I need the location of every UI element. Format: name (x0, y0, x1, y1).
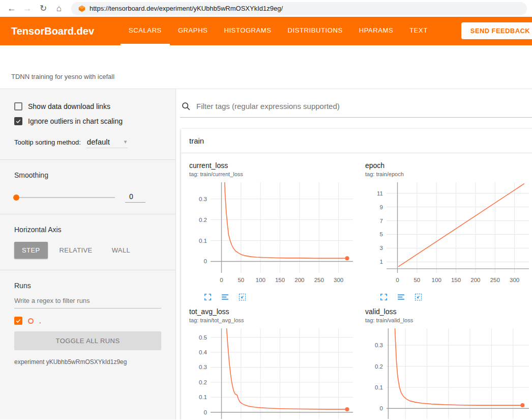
forward-icon[interactable]: → (21, 2, 34, 15)
send-feedback-button[interactable]: SEND FEEDBACK (461, 22, 532, 39)
scalars-main: train current_loss tag: train/current_lo… (176, 89, 532, 419)
search-icon (181, 101, 191, 111)
tab-hparams[interactable]: HPARAMS (351, 17, 402, 45)
svg-text:0: 0 (220, 277, 223, 283)
show-download-links-row[interactable]: Show data download links (14, 102, 161, 110)
smoothing-label: Smoothing (14, 171, 161, 179)
svg-text:9: 9 (380, 204, 383, 210)
chart-tag: tag: train/current_loss (187, 170, 363, 179)
svg-text:50: 50 (238, 277, 244, 283)
smoothing-slider-row: 0 (14, 192, 161, 203)
svg-text:3: 3 (380, 245, 383, 251)
ignore-outliers-checkbox[interactable] (14, 117, 22, 125)
svg-text:150: 150 (451, 277, 461, 283)
svg-text:0: 0 (204, 258, 207, 264)
back-icon[interactable]: ← (5, 2, 18, 15)
tooltip-sorting-dropdown[interactable]: default ▾ (86, 137, 128, 148)
fit-domain-icon[interactable] (238, 293, 247, 301)
chart-toolbar (363, 291, 532, 305)
svg-text:0.5: 0.5 (199, 334, 207, 341)
experiment-description: TDNN training for yesno with icefall (11, 73, 114, 80)
show-download-links-checkbox[interactable] (14, 102, 22, 110)
chart-title: epoch (363, 161, 532, 170)
log-scale-icon[interactable] (397, 293, 405, 301)
home-icon[interactable]: ⌂ (52, 2, 66, 15)
line-chart[interactable]: 0501001502002503001357911 (363, 179, 532, 291)
ignore-outliers-row[interactable]: Ignore outliers in chart scaling (14, 117, 161, 125)
chevron-down-icon: ▾ (124, 138, 127, 145)
chart-title: valid_loss (363, 307, 532, 316)
smoothing-slider[interactable] (14, 197, 115, 198)
reload-icon[interactable]: ↻ (37, 2, 50, 15)
svg-text:50: 50 (413, 277, 420, 283)
svg-text:7: 7 (380, 218, 383, 224)
svg-text:0.4: 0.4 (199, 349, 208, 355)
svg-text:300: 300 (510, 277, 519, 283)
runs-filter-input[interactable] (14, 290, 161, 309)
smoothing-slider-thumb[interactable] (13, 194, 19, 201)
line-chart[interactable]: 05010015020025030000.10.20.3 (187, 179, 363, 291)
chart-title: tot_avg_loss (187, 307, 363, 316)
expand-icon[interactable] (203, 293, 212, 301)
divider (0, 270, 175, 270)
address-bar[interactable]: https://tensorboard.dev/experiment/yKUbh… (71, 2, 527, 15)
tag-filter-row (180, 101, 532, 118)
chart-toolbar (187, 291, 363, 305)
horizontal-axis-label: Horizontal Axis (14, 226, 161, 234)
expand-icon[interactable] (379, 293, 388, 301)
app-title: TensorBoard.dev (11, 25, 94, 37)
tab-graphs[interactable]: GRAPHS (170, 17, 216, 45)
content: Show data download links Ignore outliers… (0, 89, 532, 419)
train-card-header[interactable]: train (181, 129, 532, 153)
axis-step-button[interactable]: STEP (14, 242, 48, 259)
experiment-banner: TDNN training for yesno with icefall (0, 45, 532, 89)
svg-text:200: 200 (470, 277, 480, 283)
svg-text:0.1: 0.1 (199, 238, 207, 244)
experiment-caption: experiment yKUbhb5wRmOSXYkId1z9eg (14, 358, 161, 366)
charts-grid: current_loss tag: train/current_loss 050… (181, 153, 532, 419)
run-color-swatch (28, 318, 34, 324)
svg-text:0.3: 0.3 (375, 342, 383, 348)
tab-histograms[interactable]: HISTOGRAMS (216, 17, 279, 45)
svg-text:100: 100 (432, 277, 441, 283)
tab-scalars[interactable]: SCALARS (121, 17, 170, 45)
chart-card-valid-loss: valid_loss tag: train/valid_loss 5010015… (363, 307, 532, 419)
nav-tabs: SCALARS GRAPHS HISTOGRAMS DISTRIBUTIONS … (121, 17, 436, 45)
svg-text:0.1: 0.1 (199, 394, 207, 400)
horizontal-axis-buttons: STEP RELATIVE WALL (14, 242, 161, 259)
chart-card-tot-avg-loss: tot_avg_loss tag: train/tot_avg_loss 050… (187, 307, 363, 419)
svg-text:300: 300 (334, 277, 343, 283)
tab-distributions[interactable]: DISTRIBUTIONS (280, 17, 351, 45)
tag-filter-input[interactable] (195, 101, 532, 111)
chart-title: current_loss (187, 161, 363, 170)
toggle-all-runs-button[interactable]: TOGGLE ALL RUNS (14, 331, 161, 350)
fit-domain-icon[interactable] (414, 293, 423, 301)
svg-text:100: 100 (256, 277, 265, 283)
svg-text:0.3: 0.3 (199, 196, 207, 202)
tooltip-sorting-value: default (87, 137, 110, 146)
divider (0, 159, 175, 160)
svg-text:11: 11 (377, 190, 383, 197)
tab-text[interactable]: TEXT (401, 17, 436, 45)
svg-text:0: 0 (204, 409, 207, 415)
app-header: TensorBoard.dev SCALARS GRAPHS HISTOGRAM… (0, 17, 532, 45)
svg-text:250: 250 (490, 277, 500, 283)
tensorboard-favicon (78, 5, 85, 12)
axis-wall-button[interactable]: WALL (104, 242, 138, 259)
smoothing-value[interactable]: 0 (125, 192, 145, 203)
svg-text:0.2: 0.2 (199, 379, 207, 385)
svg-text:200: 200 (294, 277, 304, 283)
svg-text:0.2: 0.2 (199, 217, 207, 223)
url-text: https://tensorboard.dev/experiment/yKUbh… (90, 5, 283, 12)
settings-sidebar: Show data download links Ignore outliers… (0, 89, 176, 419)
divider (0, 214, 175, 214)
line-chart[interactable]: 5010015020025030000.10.20.3 (363, 325, 532, 419)
axis-relative-button[interactable]: RELATIVE (52, 242, 100, 259)
line-chart[interactable]: 05010015020025030000.10.20.30.40.5 (187, 325, 363, 419)
run-checkbox[interactable] (14, 317, 22, 325)
run-row[interactable]: . (14, 317, 161, 325)
svg-text:1: 1 (380, 259, 383, 265)
chart-tag: tag: train/tot_avg_loss (187, 316, 363, 325)
log-scale-icon[interactable] (221, 293, 229, 301)
run-name: . (39, 317, 41, 325)
